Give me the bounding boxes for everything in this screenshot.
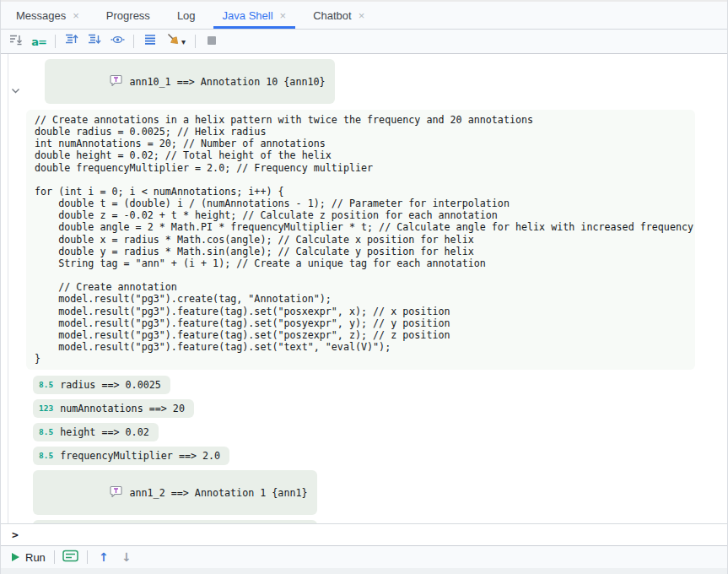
console-toolbar: a= ▾ xyxy=(1,30,727,54)
tab-label: Messages xyxy=(16,9,66,22)
result-chip: 8.5 radius ==> 0.0025 xyxy=(33,376,170,394)
toolbar-separator xyxy=(195,35,196,48)
tab-log[interactable]: Log xyxy=(164,2,209,29)
play-icon xyxy=(12,553,19,561)
run-label: Run xyxy=(25,551,46,564)
code-text: // Create annotations in a helix pattern… xyxy=(35,114,687,365)
scroll-to-end-icon xyxy=(9,33,23,50)
toolbar-separator xyxy=(87,550,88,564)
history-up-icon xyxy=(65,33,78,50)
java-shell-console-window: Messages × Progress Log Java Shell × Cha… xyxy=(0,0,728,574)
console-output-area: ann10_1 ==> Annotation 10 {ann10} // Cre… xyxy=(1,54,727,523)
result-chip: 8.5 frequencyMultiplier ==> 2.0 xyxy=(33,447,229,465)
tab-label: Progress xyxy=(106,9,150,22)
result-text: numAnnotations ==> 20 xyxy=(60,403,185,414)
scroll-to-end-button[interactable] xyxy=(8,33,24,50)
editor-mode-button[interactable] xyxy=(63,549,78,566)
result-text: ann10_1 ==> Annotation 10 {ann10} xyxy=(129,76,325,88)
broom-icon xyxy=(166,33,180,50)
double-type-icon: 8.5 xyxy=(39,450,53,462)
code-snippet-block: // Create annotations in a helix pattern… xyxy=(26,110,695,370)
annotation-icon xyxy=(51,62,122,100)
tab-messages[interactable]: Messages × xyxy=(3,2,93,29)
toolbar-separator xyxy=(55,35,56,48)
shell-input-row[interactable]: > xyxy=(1,523,727,545)
previous-command-button[interactable] xyxy=(64,33,79,50)
clear-console-button[interactable]: ▾ xyxy=(165,33,186,50)
result-text: ann1_2 ==> Annotation 1 {ann1} xyxy=(129,487,307,499)
result-text: radius ==> 0.0025 xyxy=(60,379,161,391)
stop-button[interactable] xyxy=(204,33,219,50)
fold-chevron-icon[interactable] xyxy=(11,85,20,97)
toolbar-separator xyxy=(54,550,55,564)
close-icon[interactable]: × xyxy=(359,10,365,21)
run-button[interactable]: Run xyxy=(12,551,46,564)
bottom-action-bar: Run ↑ ↓ xyxy=(1,545,727,568)
results-list: 8.5 radius ==> 0.0025 123 numAnnotations… xyxy=(33,376,727,523)
next-command-button[interactable] xyxy=(87,33,102,50)
show-history-button[interactable] xyxy=(143,33,158,50)
preview-output-button[interactable] xyxy=(110,33,125,50)
int-type-icon: 123 xyxy=(39,403,53,414)
window-bottom-edge xyxy=(1,568,727,574)
tab-chatbot[interactable]: Chatbot × xyxy=(299,2,378,29)
double-type-icon: 8.5 xyxy=(39,379,53,391)
prompt-symbol: > xyxy=(12,528,19,541)
result-text: height ==> 0.02 xyxy=(60,426,149,438)
result-chip: ann10_1 ==> Annotation 10 {ann10} xyxy=(45,59,335,104)
toolbar-separator xyxy=(133,35,134,48)
show-variable-values-button[interactable]: a= xyxy=(31,33,46,50)
console-content: ann10_1 ==> Annotation 10 {ann10} // Cre… xyxy=(8,54,727,523)
result-chip: ann1_2 ==> Annotation 1 {ann1} xyxy=(33,470,317,515)
tab-label: Java Shell xyxy=(223,9,273,22)
result-chip: 123 numAnnotations ==> 20 xyxy=(33,399,194,418)
close-icon[interactable]: × xyxy=(73,10,79,21)
list-icon xyxy=(143,33,157,50)
a-equals-icon: a= xyxy=(31,35,46,48)
tab-label: Chatbot xyxy=(313,9,352,22)
tab-label: Log xyxy=(177,9,196,22)
annotation-icon xyxy=(39,474,122,512)
history-next-button[interactable]: ↓ xyxy=(119,549,134,566)
tab-progress[interactable]: Progress xyxy=(93,2,164,29)
result-text: frequencyMultiplier ==> 2.0 xyxy=(60,450,220,462)
result-chip: ann2_2 ==> Annotation 2 {ann2} xyxy=(33,520,317,523)
eye-icon xyxy=(111,33,125,50)
history-down-icon xyxy=(88,33,101,50)
history-previous-button[interactable]: ↑ xyxy=(96,549,111,566)
stop-icon xyxy=(207,34,217,49)
arrow-down-icon: ↓ xyxy=(121,551,132,563)
arrow-up-icon: ↑ xyxy=(99,551,109,563)
result-chip: 8.5 height ==> 0.02 xyxy=(33,423,159,441)
tab-java-shell[interactable]: Java Shell × xyxy=(209,2,300,29)
close-icon[interactable]: × xyxy=(280,10,287,21)
console-lines-icon xyxy=(62,550,78,565)
double-type-icon: 8.5 xyxy=(39,426,53,438)
dropdown-caret-icon[interactable]: ▾ xyxy=(181,37,186,46)
tool-window-tab-bar: Messages × Progress Log Java Shell × Cha… xyxy=(1,2,727,30)
